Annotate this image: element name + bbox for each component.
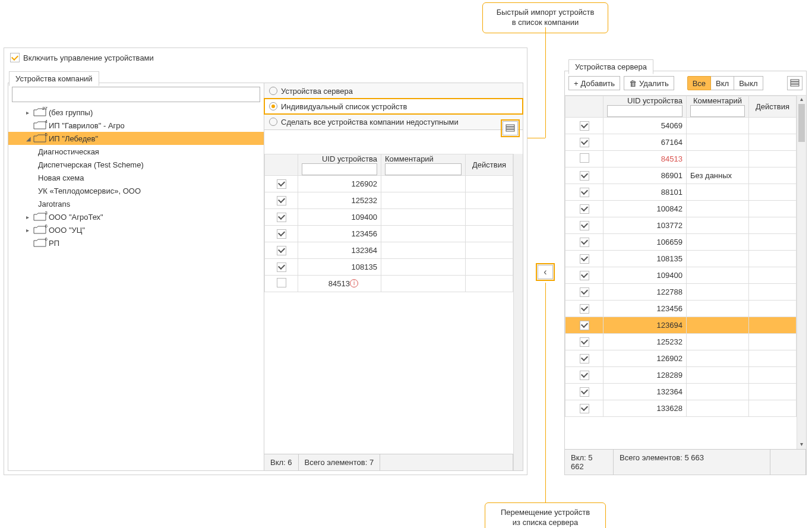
row-checkbox[interactable] <box>277 196 286 205</box>
row-checkbox[interactable] <box>580 404 589 413</box>
tree-item[interactable]: ◢5ИП "Лебедев" <box>8 132 264 145</box>
add-button[interactable]: +Добавить <box>568 76 620 90</box>
radio-icon <box>269 102 277 110</box>
tree-item[interactable]: УК «Теплодомсервис», ООО <box>8 184 264 197</box>
filter-all-button[interactable]: Все <box>687 76 711 90</box>
table-row[interactable]: 126902 <box>565 350 797 367</box>
delete-button[interactable]: 🗑Удалить <box>624 76 674 90</box>
tree-item[interactable]: ▸27(без группы) <box>8 106 264 119</box>
table-row[interactable]: 122788 <box>565 284 797 301</box>
row-checkbox[interactable] <box>277 278 286 287</box>
table-row[interactable]: 106659 <box>565 234 797 251</box>
trash-icon: 🗑 <box>629 79 637 88</box>
row-checkbox[interactable] <box>277 213 286 222</box>
row-checkbox[interactable] <box>580 138 589 147</box>
row-checkbox[interactable] <box>277 263 286 272</box>
tree-item[interactable]: ▸6ООО "УЦ" <box>8 223 264 236</box>
table-row[interactable]: 133628 <box>565 400 797 417</box>
tree-item[interactable]: Диагностическая <box>8 145 264 158</box>
company-devices-tab[interactable]: Устройства компаний <box>9 71 99 86</box>
tree-item-label: УК «Теплодомсервис», ООО <box>38 186 141 195</box>
tree-item[interactable]: Новая схема <box>8 171 264 184</box>
server-list-view-button[interactable] <box>787 76 802 90</box>
server-devices-tab[interactable]: Устройства сервера <box>568 59 653 74</box>
server-filter-comment-input[interactable] <box>690 105 745 117</box>
company-table-footer: Вкл: 6 Всего элементов: 7 <box>264 454 513 470</box>
transfer-left-button[interactable]: ‹ <box>538 265 553 279</box>
filter-comment-input[interactable] <box>385 163 462 175</box>
row-checkbox[interactable] <box>580 304 589 314</box>
row-checkbox[interactable] <box>277 246 286 255</box>
row-checkbox[interactable] <box>580 387 589 397</box>
svg-rect-4 <box>791 82 799 84</box>
row-checkbox[interactable] <box>580 354 589 363</box>
tree-item-label: РП <box>49 239 59 248</box>
radio-icon <box>269 87 277 95</box>
radio-server-devices[interactable]: Устройства сервера <box>264 83 523 99</box>
svg-rect-2 <box>506 129 514 131</box>
table-row[interactable]: 54069 <box>565 118 797 134</box>
row-checkbox[interactable] <box>277 179 286 189</box>
table-row[interactable]: 108135 <box>265 259 513 276</box>
company-tree[interactable]: ▸27(без группы)4ИП "Гаврилов" - Агро◢5ИП… <box>8 106 264 470</box>
table-row[interactable]: 103772 <box>565 217 797 234</box>
row-checkbox[interactable] <box>580 188 589 197</box>
row-checkbox[interactable] <box>580 254 589 264</box>
row-checkbox[interactable] <box>580 321 589 330</box>
row-checkbox[interactable] <box>580 238 589 247</box>
server-device-table: UID устройства Комментарий Действия 5406… <box>565 96 797 417</box>
table-row[interactable]: 86901Без данных <box>565 167 797 184</box>
filter-on-button[interactable]: Вкл <box>711 76 734 90</box>
expand-icon: ▸ <box>26 227 33 233</box>
row-checkbox[interactable] <box>277 229 286 239</box>
table-row[interactable]: 123694 <box>565 317 797 334</box>
table-row[interactable]: 109400 <box>565 267 797 284</box>
enable-device-mgmt-checkbox[interactable] <box>10 53 20 62</box>
tree-item[interactable]: Диспетчерская (Test Scheme) <box>8 158 264 171</box>
company-tree-search[interactable] <box>12 87 260 102</box>
table-row[interactable]: 88101 <box>565 184 797 201</box>
tree-item[interactable]: Jarotrans <box>8 197 264 210</box>
company-table-scrollbar[interactable] <box>513 154 523 470</box>
table-row[interactable]: 132364 <box>265 242 513 259</box>
company-device-table: UID устройства Комментарий Действия 1269… <box>264 154 513 292</box>
table-row[interactable]: 132364 <box>565 384 797 400</box>
row-checkbox[interactable] <box>580 287 589 297</box>
quick-import-button[interactable] <box>503 121 518 135</box>
table-row[interactable]: 109400 <box>265 209 513 226</box>
radio-individual-list[interactable]: Индивидуальный список устройств <box>264 99 523 114</box>
callout-move: Перемещение устройств из списка сервера <box>485 502 606 528</box>
row-checkbox[interactable] <box>580 371 589 380</box>
enable-device-mgmt-label: Включить управление устройствами <box>23 53 154 62</box>
table-row[interactable]: 126902 <box>265 176 513 192</box>
row-checkbox[interactable] <box>580 271 589 280</box>
row-checkbox[interactable] <box>580 121 589 131</box>
filter-off-button[interactable]: Выкл <box>734 76 763 90</box>
row-checkbox[interactable] <box>580 171 589 181</box>
table-row[interactable]: 67164 <box>565 134 797 151</box>
server-table-scrollbar[interactable]: ▴ ▾ <box>797 96 806 449</box>
table-row[interactable]: 125232 <box>265 192 513 209</box>
row-checkbox[interactable] <box>580 153 589 163</box>
radio-disable-all[interactable]: Сделать все устройства компании недоступ… <box>264 114 523 129</box>
table-row[interactable]: 123456 <box>265 226 513 242</box>
tree-item[interactable]: 4ИП "Гаврилов" - Агро <box>8 119 264 132</box>
table-row[interactable]: i84513 <box>265 276 513 292</box>
table-row[interactable]: 128289 <box>565 367 797 384</box>
filter-uid-input[interactable] <box>302 163 377 175</box>
table-row[interactable]: 100842 <box>565 201 797 217</box>
radio-icon <box>269 118 277 126</box>
tree-item[interactable]: 6РП <box>8 236 264 249</box>
expand-icon: ◢ <box>26 135 33 142</box>
folder-icon: 4 <box>33 121 46 129</box>
table-row[interactable]: 84513 <box>565 151 797 167</box>
table-row[interactable]: 108135 <box>565 251 797 267</box>
tree-item[interactable]: ▸3ООО "АгроТех" <box>8 210 264 223</box>
row-checkbox[interactable] <box>580 337 589 347</box>
server-devices-panel: Устройства сервера +Добавить 🗑Удалить Вс… <box>564 71 807 475</box>
table-row[interactable]: 123456 <box>565 301 797 317</box>
row-checkbox[interactable] <box>580 221 589 230</box>
row-checkbox[interactable] <box>580 204 589 214</box>
server-filter-uid-input[interactable] <box>607 105 683 117</box>
table-row[interactable]: 125232 <box>565 334 797 350</box>
